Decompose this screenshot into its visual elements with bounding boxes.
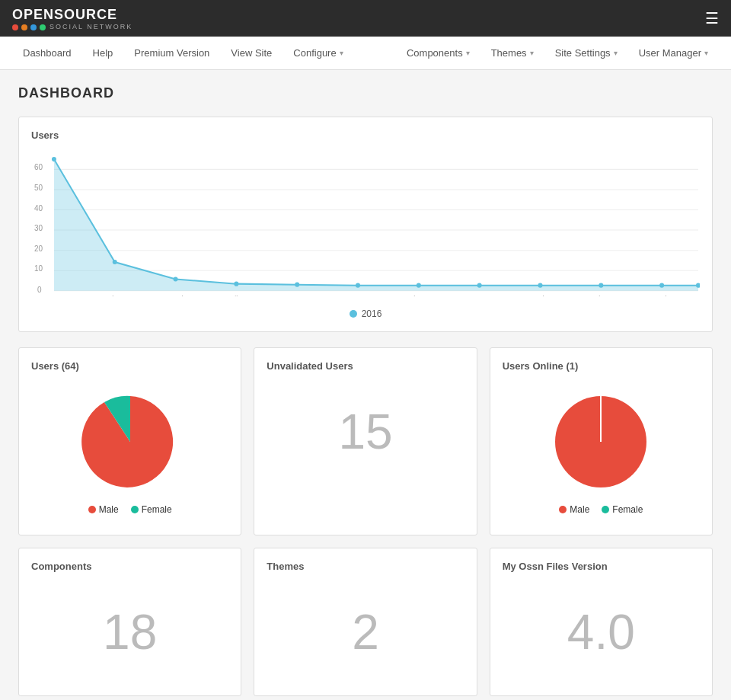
female-dot bbox=[131, 506, 139, 513]
svg-text:60: 60 bbox=[34, 163, 43, 171]
svg-point-24 bbox=[599, 283, 603, 288]
themes-caret: ▾ bbox=[530, 49, 534, 57]
nav-viewsite[interactable]: View Site bbox=[220, 38, 283, 68]
dot-red bbox=[12, 24, 18, 30]
online-pie-chart bbox=[540, 388, 662, 495]
dot-green bbox=[40, 24, 46, 30]
female-label: Female bbox=[142, 504, 172, 515]
configure-caret: ▾ bbox=[340, 49, 343, 57]
male-dot bbox=[88, 506, 96, 513]
nav-user-manager[interactable]: User Manager ▾ bbox=[628, 38, 719, 68]
svg-text:40: 40 bbox=[34, 203, 43, 212]
online-pie-container: Male Female bbox=[503, 381, 700, 523]
top-navbar: OPENSOURCE SOCIAL NETWORK ☰ bbox=[0, 0, 731, 37]
page-content: DASHBOARD Users 0 10 20 30 40 50 60 70 bbox=[0, 70, 731, 700]
nav-configure[interactable]: Configure ▾ bbox=[283, 38, 353, 68]
online-male-legend: Male bbox=[559, 504, 589, 515]
nav-components[interactable]: Components ▾ bbox=[396, 38, 480, 68]
unvalidated-title: Unvalidated Users bbox=[267, 360, 464, 372]
svg-point-19 bbox=[295, 283, 299, 287]
ossn-files-card: My Ossn Files Version 4.0 bbox=[490, 548, 713, 696]
unvalidated-value: 15 bbox=[267, 381, 464, 483]
nav-right-links: Components ▾ Themes ▾ Site Settings ▾ Us… bbox=[396, 38, 719, 68]
svg-point-22 bbox=[477, 283, 482, 288]
svg-text:August: August bbox=[464, 295, 486, 296]
themes-value: 2 bbox=[267, 581, 464, 683]
ossn-files-title: My Ossn Files Version bbox=[503, 561, 700, 572]
svg-text:January: January bbox=[48, 295, 72, 296]
svg-text:March: March bbox=[167, 295, 186, 296]
stats-row-2: Components 18 Themes 2 My Ossn Files Ver… bbox=[18, 548, 713, 696]
brand-title: OPENSOURCE bbox=[12, 7, 132, 23]
online-female-legend: Female bbox=[602, 504, 643, 515]
svg-point-16 bbox=[113, 260, 117, 264]
svg-text:November: November bbox=[643, 295, 675, 296]
users-chart-card: Users 0 10 20 30 40 50 60 70 bbox=[18, 117, 713, 332]
svg-text:December: December bbox=[681, 295, 700, 296]
components-card: Components 18 bbox=[18, 548, 241, 696]
users-pie-card: Users (64) Male Female bbox=[18, 347, 241, 535]
ossn-files-value: 4.0 bbox=[503, 581, 700, 683]
brand-dots bbox=[12, 24, 46, 30]
users-pie-chart bbox=[69, 388, 191, 495]
nav-left-links: Dashboard Help Premium Version View Site… bbox=[12, 38, 354, 68]
svg-point-17 bbox=[174, 276, 178, 281]
themes-card: Themes 2 bbox=[254, 548, 477, 696]
svg-point-21 bbox=[417, 283, 421, 288]
svg-text:May: May bbox=[285, 295, 298, 296]
site-settings-caret: ▾ bbox=[614, 49, 618, 57]
svg-point-20 bbox=[356, 283, 360, 288]
svg-text:July: July bbox=[407, 295, 419, 296]
page-title: DASHBOARD bbox=[18, 85, 713, 101]
online-female-label: Female bbox=[612, 504, 643, 515]
brand-logo: OPENSOURCE SOCIAL NETWORK bbox=[12, 7, 132, 30]
svg-point-15 bbox=[52, 157, 56, 161]
nav-site-settings[interactable]: Site Settings ▾ bbox=[544, 38, 628, 68]
online-female-dot bbox=[602, 506, 609, 513]
unvalidated-card: Unvalidated Users 15 bbox=[254, 347, 477, 535]
components-caret: ▾ bbox=[466, 49, 470, 57]
online-pie-legend: Male Female bbox=[559, 504, 643, 515]
dot-blue bbox=[30, 24, 37, 30]
legend-dot-2016 bbox=[350, 310, 357, 318]
svg-text:20: 20 bbox=[34, 245, 43, 253]
svg-text:June: June bbox=[346, 295, 360, 296]
stats-row-1: Users (64) Male Female bbox=[18, 347, 713, 535]
svg-text:30: 30 bbox=[34, 224, 43, 232]
users-pie-container: Male Female bbox=[31, 381, 228, 523]
online-male-label: Male bbox=[570, 504, 589, 515]
brand-subtitle: SOCIAL NETWORK bbox=[49, 23, 132, 30]
svg-point-18 bbox=[234, 282, 238, 286]
svg-text:October: October bbox=[584, 295, 608, 296]
users-chart-title: Users bbox=[31, 129, 700, 141]
svg-text:50: 50 bbox=[34, 184, 43, 192]
nav-help[interactable]: Help bbox=[82, 38, 124, 68]
chart-legend: 2016 bbox=[31, 308, 700, 319]
svg-point-25 bbox=[659, 283, 664, 288]
online-male-dot bbox=[559, 506, 567, 513]
svg-text:April: April bbox=[224, 295, 238, 296]
main-nav: Dashboard Help Premium Version View Site… bbox=[0, 37, 731, 70]
svg-point-23 bbox=[538, 283, 542, 288]
nav-premium[interactable]: Premium Version bbox=[123, 38, 220, 68]
users-chart-svg: 0 10 20 30 40 50 60 70 bbox=[31, 156, 700, 296]
svg-text:10: 10 bbox=[34, 264, 43, 273]
components-value: 18 bbox=[31, 581, 228, 683]
female-legend: Female bbox=[131, 504, 172, 515]
users-online-card: Users Online (1) Male Female bbox=[490, 347, 713, 535]
users-pie-title: Users (64) bbox=[31, 360, 228, 372]
user-manager-caret: ▾ bbox=[704, 49, 708, 57]
chart-legend-label: 2016 bbox=[362, 308, 382, 319]
svg-text:70: 70 bbox=[31, 286, 40, 294]
chart-area: 0 10 20 30 40 50 60 70 bbox=[31, 150, 700, 302]
hamburger-button[interactable]: ☰ bbox=[705, 9, 719, 27]
nav-themes[interactable]: Themes ▾ bbox=[480, 38, 544, 68]
dot-orange bbox=[21, 24, 27, 30]
users-online-title: Users Online (1) bbox=[503, 360, 700, 372]
themes-title: Themes bbox=[267, 561, 464, 572]
male-legend: Male bbox=[88, 504, 119, 515]
users-pie-legend: Male Female bbox=[88, 504, 172, 515]
male-label: Male bbox=[99, 504, 119, 515]
components-title: Components bbox=[31, 561, 228, 572]
nav-dashboard[interactable]: Dashboard bbox=[12, 38, 82, 68]
